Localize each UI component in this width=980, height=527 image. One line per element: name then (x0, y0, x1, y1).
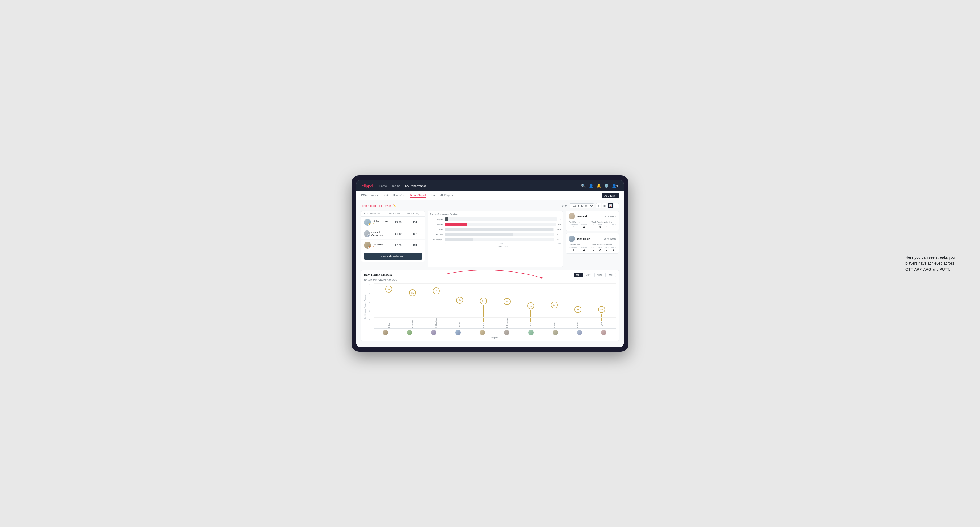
streak-bubble: 3x (598, 306, 605, 313)
player-name-label: E. Ewert (388, 322, 390, 329)
player-name-label: D. Ford (530, 322, 531, 329)
team-controls: Show Last 3 months ⊞ ☰ 📊 ⋮ (562, 203, 619, 208)
player-card-rees-britt: Rees Britt 02 Sep 2023 Total Rounds Tour… (566, 211, 619, 231)
player-name-label: C. Quick (600, 322, 602, 329)
player-card-name: Josh Coles (577, 237, 590, 240)
tournament-val: 7 (568, 248, 578, 251)
bar-row-pars: Pars 499 (430, 227, 561, 231)
streak-tab-ott[interactable]: OTT (574, 273, 583, 277)
streak-line (412, 297, 413, 319)
users-icon[interactable]: 👤 (589, 184, 593, 188)
streak-chart: Best Streak, Fairway Accuracy 8 6 4 2 0 (364, 284, 616, 329)
nav-my-performance[interactable]: My Performance (405, 184, 426, 188)
chart-view-btn[interactable]: 📊 (608, 203, 613, 208)
streak-bubble: 5x (480, 298, 487, 305)
pb-avg: 110 (407, 221, 422, 224)
bell-icon[interactable]: 🔔 (597, 184, 601, 188)
pc-header: Josh Coles 26 Aug 2023 (568, 236, 616, 242)
app-val: 0 (598, 248, 602, 251)
stat-sub-row: OTT 0 APP 0 ARG 0 (592, 224, 616, 229)
player-name-label: D. Billingham (435, 318, 437, 329)
streak-tab-app[interactable]: APP (584, 273, 593, 277)
bar-track (445, 222, 555, 226)
putt-stat: PUTT 1 (611, 246, 616, 251)
team-name: Team Clippd (361, 205, 376, 207)
stat-row: Tournament 7 Practice 2 (568, 246, 590, 251)
player-name-label: M. Miller (554, 322, 555, 329)
putt-stat: PUTT 0 (611, 224, 616, 229)
player-card-josh-coles: Josh Coles 26 Aug 2023 Total Rounds Tour… (566, 233, 619, 254)
stat-label: Total Practice Activities (592, 243, 616, 246)
subnav-pgat[interactable]: PGAT Players (361, 194, 378, 198)
streaks-title: Best Round Streaks (364, 273, 392, 276)
show-select[interactable]: Last 3 months (570, 203, 594, 208)
table-row[interactable]: 2 Edward Crossman 18/20 107 (361, 228, 425, 240)
team-header: Team Clippd | 14 Players ✏️ Show Last 3 … (361, 203, 619, 208)
settings-icon[interactable]: ⚙️ (604, 184, 609, 188)
streak-player-avatar (397, 330, 422, 335)
nav-teams[interactable]: Teams (392, 184, 400, 188)
nav-home[interactable]: Home (379, 184, 387, 188)
streak-tab-putt[interactable]: PUTT (605, 273, 616, 277)
streaks-section-wrapper: Best Round Streaks OTT APP ARG PUTT Off … (361, 270, 619, 341)
bar-row-eagles: Eagles 3 (430, 217, 561, 221)
pc-header: Rees Britt 02 Sep 2023 (568, 213, 616, 219)
streaks-section: Best Round Streaks OTT APP ARG PUTT Off … (361, 270, 619, 341)
search-icon[interactable]: 🔍 (581, 184, 585, 188)
annotation-container: Here you can see streaks your players ha… (905, 254, 959, 272)
table-view-btn[interactable]: ⋮ (614, 203, 619, 208)
add-team-button[interactable]: Add Team (601, 193, 619, 198)
ott-stat: OTT 0 (592, 224, 595, 229)
subnav-team-clippd[interactable]: Team Clippd (410, 194, 426, 198)
streak-line (530, 310, 531, 322)
player-cards: Rees Britt 02 Sep 2023 Total Rounds Tour… (566, 211, 619, 262)
bar-row-birdies: Birdies 96 (430, 222, 561, 226)
view-full-leaderboard-button[interactable]: View Full Leaderboard (364, 253, 422, 259)
streak-bars-area: 7x E. Ewert 6x B. McHerg (374, 284, 616, 329)
grid-view-btn[interactable]: ⊞ (596, 203, 601, 208)
lb-col-name: PLAYER NAME (364, 213, 389, 215)
pb-score: 18/20 (389, 232, 407, 235)
pb-avg: 107 (407, 232, 422, 235)
app-logo: clippd (362, 184, 372, 188)
arg-stat: ARG 0 (605, 246, 609, 251)
streak-bubble: 4x (527, 302, 534, 309)
list-view-btn[interactable]: ☰ (602, 203, 607, 208)
putt-val: 1 (611, 248, 616, 251)
table-row[interactable]: 1 Richard Butler ♥ 19/20 110 (361, 217, 425, 228)
profile-icon[interactable]: 👤▾ (612, 184, 618, 188)
app-label: APP (598, 224, 602, 226)
streak-player-avatar (446, 330, 470, 335)
edit-icon[interactable]: ✏️ (393, 205, 396, 207)
chart-x-title: Total Shots (430, 245, 561, 248)
putt-val: 0 (611, 226, 616, 229)
tournament-stat: Tournament 8 (568, 224, 578, 229)
streak-avatar-img (383, 330, 388, 335)
streak-bubble: 6x (433, 287, 440, 294)
team-player-count: | 14 Players (378, 205, 392, 207)
streak-line (389, 293, 389, 321)
streak-tab-arg[interactable]: ARG (594, 273, 604, 277)
streak-player-avatar (568, 330, 592, 335)
subnav-tour[interactable]: Tour (430, 194, 435, 198)
subnav-pga[interactable]: PGA (382, 194, 388, 198)
subnav-all-players[interactable]: All Players (441, 194, 453, 198)
total-rounds-group: Total Rounds Tournament 8 Practice 4 (568, 221, 590, 229)
player-card-date: 26 Aug 2023 (604, 238, 616, 240)
bar-fill (445, 217, 449, 221)
y-tick-8: 8 (369, 284, 373, 285)
streak-avatar-img (601, 330, 606, 335)
sub-nav-links: PGAT Players PGA Hcaps 1-5 Team Clippd T… (361, 194, 453, 198)
streaks-header: Best Round Streaks OTT APP ARG PUTT (364, 273, 616, 277)
avatar: 1 (364, 219, 371, 226)
leaderboard-panel: PLAYER NAME PB SCORE PB AVG SQ 1 Ri (361, 211, 425, 262)
streak-line (507, 306, 507, 317)
lb-col-score: PB SCORE (389, 213, 407, 215)
subnav-hcaps[interactable]: Hcaps 1-5 (393, 194, 405, 198)
grid-line-4 (374, 306, 616, 306)
player-name-label: B. McHerg (412, 320, 414, 329)
app-val: 0 (598, 226, 602, 229)
table-row[interactable]: 3 Cameron... ♥ 17/20 103 (361, 240, 425, 251)
bar-fill (445, 233, 513, 237)
bar-label: Eagles (430, 218, 444, 221)
